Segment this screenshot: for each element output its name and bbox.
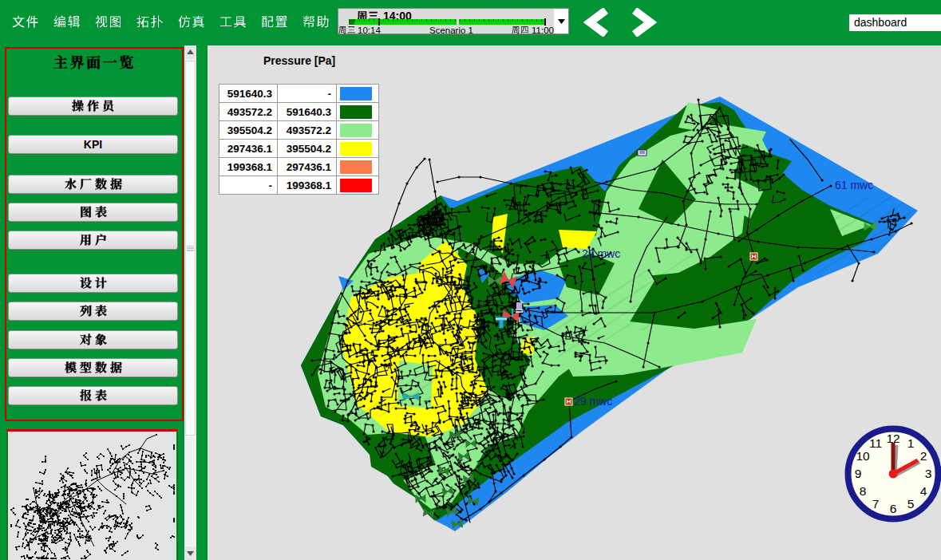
svg-text:29 mwc: 29 mwc	[574, 395, 612, 408]
svg-text:10: 10	[856, 449, 870, 463]
svg-text:5: 5	[907, 497, 915, 511]
svg-text:61 mwc: 61 mwc	[835, 179, 873, 191]
svg-text:7: 7	[872, 497, 880, 511]
svg-text:1: 1	[907, 436, 915, 450]
svg-text:2: 2	[920, 449, 927, 463]
svg-text:11: 11	[869, 436, 882, 450]
svg-text:8: 8	[860, 484, 867, 498]
svg-text:6: 6	[890, 502, 897, 515]
svg-text:29 mwc: 29 mwc	[582, 247, 620, 260]
svg-text:3: 3	[925, 467, 932, 480]
svg-text:9: 9	[855, 467, 862, 480]
svg-text:4: 4	[920, 484, 927, 498]
